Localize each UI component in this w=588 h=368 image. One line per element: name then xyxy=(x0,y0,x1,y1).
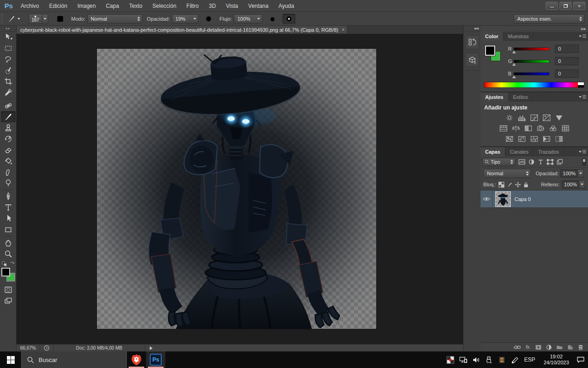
levels-button[interactable] xyxy=(517,114,526,121)
filter-shape-layers-button[interactable] xyxy=(547,159,554,165)
layer-blend-mode-select[interactable]: Normal xyxy=(483,169,531,178)
usb-icon[interactable] xyxy=(483,351,494,368)
status-menu-arrow-icon[interactable] xyxy=(150,346,153,350)
gradient-map-button[interactable] xyxy=(542,135,551,143)
tab-close-icon[interactable]: × xyxy=(342,27,345,32)
selective-color-button[interactable] xyxy=(554,135,564,143)
layer-style-button[interactable]: fx. xyxy=(526,345,531,350)
stack-status-icon[interactable] xyxy=(496,351,507,368)
filter-pixel-layers-button[interactable] xyxy=(518,159,526,165)
threshold-button[interactable] xyxy=(530,135,539,143)
properties-panel-button[interactable] xyxy=(465,53,479,67)
blue-slider-thumb[interactable] xyxy=(512,75,516,78)
link-layers-button[interactable] xyxy=(514,345,521,350)
blue-slider[interactable] xyxy=(514,72,549,75)
red-value-field[interactable]: 0 xyxy=(555,45,579,53)
eyedropper-tool[interactable] xyxy=(1,87,16,98)
marquee-tool[interactable] xyxy=(1,43,16,54)
vibrance-button[interactable] xyxy=(554,114,564,121)
screen-mode-button[interactable] xyxy=(1,295,16,306)
tab-capas[interactable]: Capas xyxy=(481,147,505,156)
new-group-button[interactable] xyxy=(556,345,563,350)
network-icon[interactable] xyxy=(458,351,469,368)
close-button[interactable]: × xyxy=(573,2,585,10)
tab-estilos[interactable]: Estilos xyxy=(509,92,533,102)
taskbar-search[interactable]: Buscar xyxy=(21,351,127,368)
red-slider[interactable] xyxy=(514,47,549,51)
color-panel-swatches[interactable] xyxy=(485,46,501,61)
brush-tool[interactable] xyxy=(1,111,16,122)
lasso-tool[interactable] xyxy=(1,54,16,65)
canvas-document[interactable] xyxy=(97,49,376,329)
tab-ajustes[interactable]: Ajustes xyxy=(481,92,509,102)
restore-button[interactable] xyxy=(560,2,571,10)
canvas-viewport[interactable] xyxy=(17,34,463,344)
quick-selection-tool[interactable] xyxy=(1,65,16,76)
chevron-down-icon[interactable] xyxy=(579,180,585,189)
crop-tool[interactable] xyxy=(1,76,16,87)
lock-position-button[interactable] xyxy=(515,182,521,188)
dock-collapse-control[interactable]: ◀◀ xyxy=(464,26,481,32)
healing-brush-tool[interactable] xyxy=(1,100,16,111)
zoom-tool[interactable] xyxy=(1,248,16,259)
panel-menu-icon[interactable] xyxy=(579,149,586,155)
zoom-level-field[interactable]: 66,67% xyxy=(17,345,40,351)
hue-saturation-button[interactable] xyxy=(499,124,508,132)
history-brush-tool[interactable] xyxy=(1,133,16,144)
blue-value-field[interactable]: 0 xyxy=(555,69,579,78)
filter-adjustment-layers-button[interactable] xyxy=(528,159,535,165)
clone-stamp-tool[interactable] xyxy=(1,122,16,133)
tab-color[interactable]: Color xyxy=(481,32,503,41)
volume-icon[interactable] xyxy=(470,351,481,368)
start-button[interactable] xyxy=(0,351,21,368)
menu-item-seleccion[interactable]: Selección xyxy=(147,0,181,12)
document-tab[interactable]: cyberpunk-black-robot-with-japanese-hat-… xyxy=(17,26,348,34)
quick-mask-button[interactable] xyxy=(1,284,16,295)
workspace-select[interactable]: Aspectos esen. xyxy=(514,14,584,23)
layer-thumbnail[interactable] xyxy=(495,191,511,207)
exposure-button[interactable] xyxy=(542,114,551,121)
menu-item-filtro[interactable]: Filtro xyxy=(181,0,204,12)
blend-mode-select[interactable]: Normal xyxy=(87,14,142,23)
clock[interactable]: 19:02 24/10/2023 xyxy=(539,354,573,366)
spectrum-bw-swatches[interactable] xyxy=(578,82,584,87)
pen-settings-icon[interactable] xyxy=(509,351,520,368)
layer-filter-type-select[interactable]: Tipo xyxy=(482,158,515,166)
black-white-button[interactable] xyxy=(524,124,533,132)
menu-item-edicion[interactable]: Edición xyxy=(44,0,72,12)
posterize-button[interactable] xyxy=(517,135,526,143)
tab-canales[interactable]: Canales xyxy=(505,147,533,156)
layer-visibility-toggle[interactable] xyxy=(481,190,492,207)
lock-pixels-button[interactable] xyxy=(507,182,513,188)
curves-button[interactable] xyxy=(530,114,539,121)
filter-type-layers-button[interactable] xyxy=(537,159,544,165)
new-layer-button[interactable] xyxy=(567,345,573,350)
tools-panel-grip[interactable]: ▸▸ xyxy=(0,26,16,32)
brightness-contrast-button[interactable] xyxy=(505,114,514,121)
pressure-opacity-button[interactable] xyxy=(202,14,215,24)
options-grip[interactable] xyxy=(1,14,3,24)
eraser-tool[interactable] xyxy=(1,144,16,155)
foreground-color-swatch[interactable] xyxy=(1,268,10,276)
brush-size-picker[interactable]: 167 xyxy=(28,14,42,24)
panels-collapse-control[interactable]: ▶▶ xyxy=(481,26,588,32)
menu-item-ventana[interactable]: Ventana xyxy=(243,0,273,12)
green-value-field[interactable]: 0 xyxy=(555,57,579,65)
status-sync-icon[interactable] xyxy=(44,345,50,351)
menu-item-archivo[interactable]: Archivo xyxy=(16,0,44,12)
pressure-size-button[interactable] xyxy=(283,14,295,24)
move-tool[interactable] xyxy=(1,32,16,43)
panel-menu-icon[interactable] xyxy=(579,34,586,39)
menu-item-3d[interactable]: 3D xyxy=(204,0,220,12)
layer-filter-toggle[interactable] xyxy=(582,158,586,166)
layer-fill-field[interactable]: 100% xyxy=(562,180,585,189)
dodge-tool[interactable] xyxy=(1,178,16,189)
new-adjustment-layer-button[interactable] xyxy=(546,345,552,350)
color-balance-button[interactable] xyxy=(511,124,520,132)
menu-item-vista[interactable]: Vista xyxy=(221,0,243,12)
type-tool[interactable] xyxy=(1,202,16,213)
green-slider[interactable] xyxy=(514,60,549,63)
airbrush-button[interactable] xyxy=(267,14,280,24)
brush-size-dropdown[interactable] xyxy=(42,14,48,24)
red-slider-thumb[interactable] xyxy=(512,51,516,53)
